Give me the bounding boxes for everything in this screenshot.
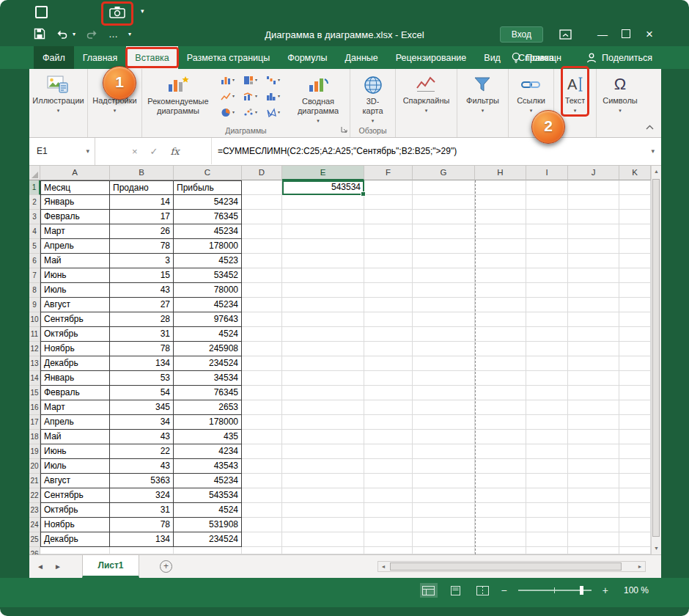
cell-I18[interactable] [526,430,568,444]
cell-H20[interactable] [475,459,526,474]
cell-H9[interactable] [475,298,526,312]
row-header-4[interactable]: 4 [29,224,40,239]
row-header-25[interactable]: 25 [29,532,40,547]
text-button[interactable]: А Текст ▾ [565,69,586,114]
recommended-charts-button[interactable]: Рекомендуемые диаграммы [143,70,213,116]
cell-H7[interactable] [475,268,526,283]
cell-H11[interactable] [475,327,526,342]
cell-B16[interactable]: 345 [110,400,174,415]
cell-E17[interactable] [282,415,364,430]
new-sheet-button[interactable]: + [160,560,172,573]
cell-F14[interactable] [364,371,413,386]
cell-K9[interactable] [619,298,651,312]
cell-A10[interactable]: Сентябрь [40,312,110,327]
map-3d-button[interactable]: 3D- карта ▾ [362,70,383,124]
cell-H15[interactable] [475,386,526,400]
cell-E6[interactable] [282,254,364,268]
cell-C14[interactable]: 34534 [174,371,242,386]
cell-C24[interactable]: 531908 [174,518,242,532]
cell-A7[interactable]: Июнь [40,268,110,283]
sheet-nav-right-icon[interactable]: ► [54,555,62,578]
cell-I23[interactable] [526,503,568,518]
cell-B25[interactable]: 134 [110,532,174,547]
cell-K5[interactable] [619,239,651,254]
row-header-6[interactable]: 6 [29,254,40,268]
cell-H2[interactable] [475,195,526,210]
cell-G1[interactable] [413,180,475,195]
cell-G10[interactable] [413,312,475,327]
more-commands-icon[interactable]: … [108,29,118,40]
cell-F24[interactable] [364,518,413,532]
formula-input[interactable]: =СУММЕСЛИМН(C2:C25;A2:A25;"Сентябрь";B2:… [211,138,641,164]
cell-E7[interactable] [282,268,364,283]
cell-D19[interactable] [242,444,282,459]
cell-J25[interactable] [568,532,619,547]
cell-F9[interactable] [364,298,413,312]
cell-A11[interactable]: Октябрь [40,327,110,342]
cell-A4[interactable]: Март [40,224,110,239]
cell-B14[interactable]: 53 [110,371,174,386]
cell-D1[interactable] [242,180,282,195]
cell-C22[interactable]: 543534 [174,488,242,503]
cell-G13[interactable] [413,356,475,371]
cell-K10[interactable] [619,312,651,327]
cell-G21[interactable] [413,474,475,488]
cell-E25[interactable] [282,532,364,547]
row-header-18[interactable]: 18 [29,430,40,444]
cell-B22[interactable]: 324 [110,488,174,503]
cell-J26[interactable] [568,547,619,554]
row-header-11[interactable]: 11 [29,327,40,342]
row-header-13[interactable]: 13 [29,356,40,371]
select-all-button[interactable] [29,166,40,180]
save-icon[interactable] [34,28,45,40]
cell-K18[interactable] [619,430,651,444]
cell-C3[interactable]: 76345 [174,210,242,224]
cell-F8[interactable] [364,283,413,298]
cell-H26[interactable] [475,547,526,554]
cell-G11[interactable] [413,327,475,342]
cell-K7[interactable] [619,268,651,283]
cell-J16[interactable] [568,400,619,415]
cell-K4[interactable] [619,224,651,239]
cell-I20[interactable] [526,459,568,474]
pie-chart-button[interactable]: ▾ [216,105,239,120]
cell-H3[interactable] [475,210,526,224]
cell-E5[interactable] [282,239,364,254]
cell-F3[interactable] [364,210,413,224]
cell-G5[interactable] [413,239,475,254]
cell-D5[interactable] [242,239,282,254]
cell-D14[interactable] [242,371,282,386]
cell-C17[interactable]: 178000 [174,415,242,430]
cell-J20[interactable] [568,459,619,474]
cell-A20[interactable]: Июль [40,459,110,474]
cell-F12[interactable] [364,342,413,356]
cell-J11[interactable] [568,327,619,342]
cell-A15[interactable]: Февраль [40,386,110,400]
cell-C5[interactable]: 178000 [174,239,242,254]
cell-I2[interactable] [526,195,568,210]
cell-H19[interactable] [475,444,526,459]
cell-B9[interactable]: 27 [110,298,174,312]
insert-function-icon[interactable]: fx [171,146,180,157]
cell-J10[interactable] [568,312,619,327]
cell-C12[interactable]: 245908 [174,342,242,356]
cell-C11[interactable]: 4524 [174,327,242,342]
share-button[interactable]: Поделиться [586,53,652,63]
cell-K2[interactable] [619,195,651,210]
cell-J18[interactable] [568,430,619,444]
cancel-icon[interactable]: × [132,146,138,157]
zoom-in-button[interactable]: + [603,584,608,596]
name-box-chevron-icon[interactable]: ▾ [86,138,89,164]
cell-A22[interactable]: Сентябрь [40,488,110,503]
cell-C7[interactable]: 53452 [174,268,242,283]
cell-F10[interactable] [364,312,413,327]
column-header-E[interactable]: E [282,166,364,180]
zoom-out-button[interactable]: − [501,584,507,596]
customize-qat-chevron-icon[interactable]: ▾ [128,31,131,37]
cell-G8[interactable] [413,283,475,298]
cell-G3[interactable] [413,210,475,224]
cell-G19[interactable] [413,444,475,459]
cell-K20[interactable] [619,459,651,474]
cell-F7[interactable] [364,268,413,283]
cell-E14[interactable] [282,371,364,386]
